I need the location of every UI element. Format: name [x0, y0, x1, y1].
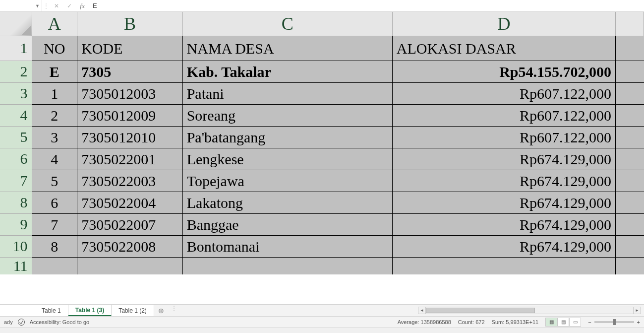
scroll-thumb[interactable] — [426, 308, 535, 313]
row-header-9[interactable]: 9 — [0, 213, 32, 235]
cell[interactable]: 7305022001 — [77, 148, 183, 170]
column-header-e[interactable] — [616, 12, 644, 36]
row-header-10[interactable]: 10 — [0, 235, 32, 257]
cell[interactable] — [616, 192, 644, 213]
horizontal-scrollbar[interactable]: ◄ ► — [418, 307, 641, 314]
cell[interactable] — [616, 148, 644, 170]
cell[interactable]: 2 — [32, 104, 77, 126]
cell[interactable]: Rp54.155.702,000 — [392, 61, 615, 82]
fx-icon[interactable]: fx — [76, 2, 89, 10]
row-header-6[interactable]: 6 — [0, 148, 32, 170]
row-header-4[interactable]: 4 — [0, 104, 32, 126]
status-bar: ady Accessibility: Good to go Average: 1… — [0, 316, 644, 327]
cell[interactable] — [616, 36, 644, 61]
cell[interactable] — [616, 235, 644, 257]
cell[interactable]: Lengkese — [182, 148, 392, 170]
cell[interactable]: Soreang — [182, 104, 392, 126]
cell[interactable] — [616, 104, 644, 126]
cell[interactable]: 7305022004 — [77, 192, 183, 213]
cell[interactable] — [616, 82, 644, 104]
cell[interactable]: 7305022003 — [77, 170, 183, 192]
zoom-out-button[interactable]: − — [588, 319, 591, 325]
cell[interactable] — [182, 257, 392, 274]
zoom-in-button[interactable]: + — [637, 319, 640, 325]
row-header-1[interactable]: 1 — [0, 36, 32, 61]
cell[interactable]: Banggae — [182, 213, 392, 235]
cell[interactable]: 6 — [32, 192, 77, 213]
cell[interactable]: 7305022007 — [77, 213, 183, 235]
scroll-track[interactable] — [426, 307, 633, 314]
cell[interactable]: NO — [32, 36, 77, 61]
cell[interactable] — [32, 257, 77, 274]
row-header-2[interactable]: 2 — [0, 61, 32, 82]
column-header-c[interactable]: C — [182, 12, 392, 36]
cell[interactable]: Bontomanai — [182, 235, 392, 257]
cell[interactable]: KODE — [77, 36, 183, 61]
cell[interactable] — [616, 213, 644, 235]
select-all-corner[interactable] — [0, 12, 32, 36]
scroll-right-button[interactable]: ► — [633, 307, 641, 314]
cell[interactable]: 4 — [32, 148, 77, 170]
cell[interactable] — [616, 126, 644, 148]
column-header-d[interactable]: D — [392, 12, 615, 36]
cell[interactable]: Pa'batangang — [182, 126, 392, 148]
cell[interactable]: 7 — [32, 213, 77, 235]
status-average: Average: 1358986588 — [398, 319, 451, 325]
zoom-control[interactable]: − + — [588, 319, 640, 325]
add-sheet-button[interactable]: ⊕ — [154, 305, 168, 316]
cell[interactable]: E — [32, 61, 77, 82]
cell[interactable]: 7305012009 — [77, 104, 183, 126]
cell[interactable]: 7305022008 — [77, 235, 183, 257]
formula-input[interactable]: E — [89, 2, 644, 9]
cell[interactable]: Rp674.129,000 — [392, 235, 615, 257]
scroll-left-button[interactable]: ◄ — [418, 307, 426, 314]
cell[interactable]: Topejawa — [182, 170, 392, 192]
row-header-5[interactable]: 5 — [0, 126, 32, 148]
cell[interactable]: Lakatong — [182, 192, 392, 213]
cell[interactable] — [392, 257, 615, 274]
cell[interactable]: Rp674.129,000 — [392, 213, 615, 235]
cell[interactable]: Rp674.129,000 — [392, 148, 615, 170]
cell[interactable] — [77, 257, 183, 274]
cell[interactable]: 8 — [32, 235, 77, 257]
cell[interactable]: 7305012010 — [77, 126, 183, 148]
page-layout-view-button[interactable]: ▤ — [557, 318, 569, 327]
cell[interactable]: Rp607.122,000 — [392, 104, 615, 126]
view-buttons: ▦ ▤ ▭ — [545, 318, 581, 327]
cell[interactable]: Rp607.122,000 — [392, 82, 615, 104]
sheet-tab-table-1-3[interactable]: Table 1 (3) — [68, 305, 112, 316]
cell[interactable]: Rp674.129,000 — [392, 170, 615, 192]
cell[interactable]: 7305 — [77, 61, 183, 82]
cell[interactable]: 3 — [32, 126, 77, 148]
row-header-7[interactable]: 7 — [0, 170, 32, 192]
cell[interactable]: Patani — [182, 82, 392, 104]
cell[interactable]: 1 — [32, 82, 77, 104]
row-header-8[interactable]: 8 — [0, 192, 32, 213]
cell[interactable] — [616, 170, 644, 192]
page-break-view-button[interactable]: ▭ — [569, 318, 581, 327]
cell[interactable]: NAMA DESA — [182, 36, 392, 61]
cell[interactable] — [616, 257, 644, 274]
cell[interactable] — [616, 61, 644, 82]
normal-view-button[interactable]: ▦ — [545, 318, 557, 327]
cell[interactable]: Kab. Takalar — [182, 61, 392, 82]
cell[interactable]: Rp674.129,000 — [392, 192, 615, 213]
name-box[interactable]: ▼ — [0, 0, 42, 11]
row-header-11[interactable]: 11 — [0, 257, 32, 274]
sheet-tab-table-1[interactable]: Table 1 — [35, 305, 68, 316]
accept-formula-button[interactable]: ✓ — [63, 2, 76, 9]
cancel-formula-button[interactable]: ✕ — [50, 2, 63, 9]
column-header-b[interactable]: B — [77, 12, 183, 36]
cell[interactable]: ALOKASI DASAR — [392, 36, 615, 61]
sheet-tab-table-1-2[interactable]: Table 1 (2) — [112, 305, 154, 316]
column-header-a[interactable]: A — [32, 12, 77, 36]
cell[interactable]: 5 — [32, 170, 77, 192]
cell[interactable]: Rp607.122,000 — [392, 126, 615, 148]
formula-bar-buttons: ⋮ ✕ ✓ fx — [42, 0, 89, 11]
accessibility-status[interactable]: Accessibility: Good to go — [30, 319, 89, 325]
row-header-3[interactable]: 3 — [0, 82, 32, 104]
zoom-slider[interactable] — [594, 321, 634, 323]
spreadsheet-grid[interactable]: A B C D 1 NO KODE NAMA DESA ALOKASI DASA… — [0, 12, 644, 304]
sheet-tabs-bar: Table 1 Table 1 (3) Table 1 (2) ⊕ ⋮ ◄ ► — [0, 304, 644, 316]
cell[interactable]: 7305012003 — [77, 82, 183, 104]
